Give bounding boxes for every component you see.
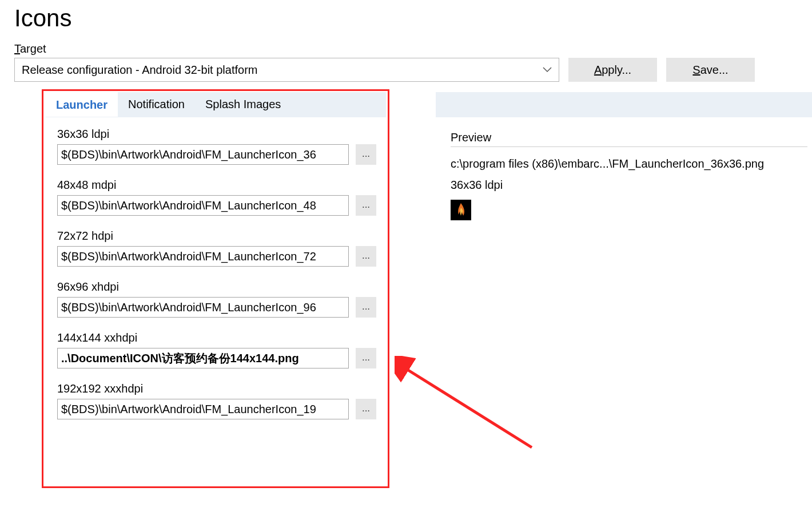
icon-field: 144x144 xxhdpi..\Document\ICON\访客预约备份144…	[57, 331, 383, 368]
preview-icon	[451, 200, 471, 220]
icon-field-label: 96x96 xhdpi	[57, 280, 383, 294]
preview-size: 36x36 ldpi	[451, 179, 812, 192]
page-title: Icons	[14, 5, 812, 32]
target-label: Target	[14, 42, 812, 56]
browse-button[interactable]: ...	[356, 144, 376, 165]
preview-divider	[451, 146, 807, 147]
icon-field-label: 144x144 xxhdpi	[57, 331, 383, 344]
preview-heading: Preview	[451, 131, 812, 144]
icon-path-input[interactable]: $(BDS)\bin\Artwork\Android\FM_LauncherIc…	[57, 144, 349, 165]
chevron-down-icon	[543, 67, 552, 73]
flame-icon	[451, 200, 471, 220]
launcher-tab-panel: 36x36 ldpi$(BDS)\bin\Artwork\Android\FM_…	[42, 117, 383, 419]
icon-path-input[interactable]: ..\Document\ICON\访客预约备份144x144.png	[57, 348, 349, 368]
icon-path-input[interactable]: $(BDS)\bin\Artwork\Android\FM_LauncherIc…	[57, 399, 349, 419]
tab-bar: Launcher Notification Splash Images	[46, 92, 386, 117]
browse-button[interactable]: ...	[356, 348, 376, 368]
browse-button[interactable]: ...	[356, 195, 376, 216]
icon-field-label: 36x36 ldpi	[57, 128, 383, 141]
target-select-value: Release configuration - Android 32-bit p…	[22, 64, 257, 77]
browse-button[interactable]: ...	[356, 297, 376, 318]
browse-button[interactable]: ...	[356, 246, 376, 267]
icon-path-input[interactable]: $(BDS)\bin\Artwork\Android\FM_LauncherIc…	[57, 195, 349, 216]
icon-field: 192x192 xxxhdpi$(BDS)\bin\Artwork\Androi…	[57, 382, 383, 419]
icon-field-label: 192x192 xxxhdpi	[57, 382, 383, 395]
tab-notification[interactable]: Notification	[118, 92, 195, 117]
icon-field: 96x96 xhdpi$(BDS)\bin\Artwork\Android\FM…	[57, 280, 383, 318]
icon-field: 48x48 mdpi$(BDS)\bin\Artwork\Android\FM_…	[57, 179, 383, 216]
tab-splash[interactable]: Splash Images	[195, 92, 291, 117]
icon-field-label: 48x48 mdpi	[57, 179, 383, 192]
browse-button[interactable]: ...	[356, 399, 376, 419]
preview-path: c:\program files (x86)\embarc...\FM_Laun…	[451, 157, 812, 171]
preview-header-bar	[436, 92, 812, 117]
icon-path-input[interactable]: $(BDS)\bin\Artwork\Android\FM_LauncherIc…	[57, 246, 349, 267]
icon-path-input[interactable]: $(BDS)\bin\Artwork\Android\FM_LauncherIc…	[57, 297, 349, 318]
target-select[interactable]: Release configuration - Android 32-bit p…	[14, 58, 559, 82]
apply-button[interactable]: Apply...	[568, 58, 657, 82]
tab-launcher[interactable]: Launcher	[46, 92, 118, 117]
icon-field: 72x72 hdpi$(BDS)\bin\Artwork\Android\FM_…	[57, 229, 383, 267]
icon-field-label: 72x72 hdpi	[57, 229, 383, 243]
icon-field: 36x36 ldpi$(BDS)\bin\Artwork\Android\FM_…	[57, 128, 383, 165]
save-button[interactable]: Save...	[666, 58, 755, 82]
